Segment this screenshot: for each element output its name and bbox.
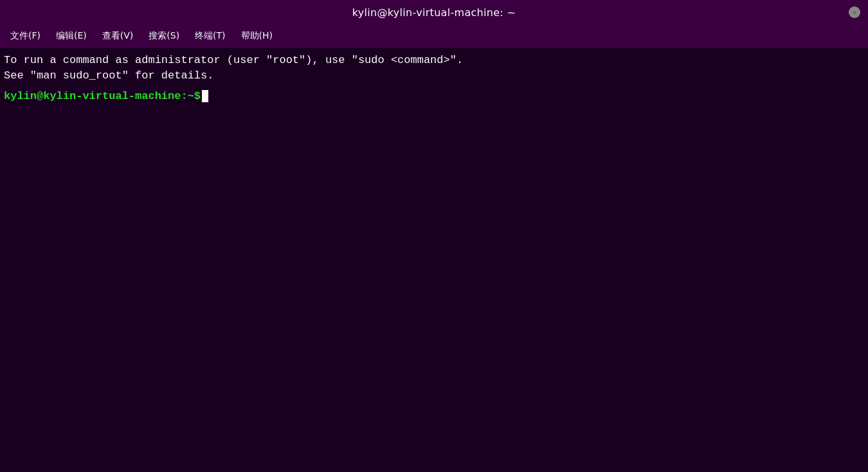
window-title: kylin@kylin-virtual-machine: ~ xyxy=(352,6,516,19)
terminal-prompt-line: kylin@kylin-virtual-machine:~$ xyxy=(4,90,864,102)
terminal-cursor xyxy=(202,90,208,102)
menu-file[interactable]: 文件(F) xyxy=(4,28,47,44)
menu-help[interactable]: 帮助(H) xyxy=(235,28,279,44)
close-button[interactable]: ✕ xyxy=(849,6,860,18)
title-bar: kylin@kylin-virtual-machine: ~ ✕ xyxy=(0,0,868,24)
prompt-user: kylin@kylin-virtual-machine:~$ xyxy=(4,90,201,102)
menu-terminal[interactable]: 终端(T) xyxy=(188,28,231,44)
menu-search[interactable]: 搜索(S) xyxy=(142,28,186,44)
terminal-line-1: To run a command as administrator (user … xyxy=(4,53,864,68)
menu-view[interactable]: 查看(V) xyxy=(96,28,140,44)
terminal-line-2: See "man sudo_root" for details. xyxy=(4,68,864,84)
menu-bar: 文件(F) 编辑(E) 查看(V) 搜索(S) 终端(T) 帮助(H) xyxy=(0,24,868,48)
terminal-body[interactable]: To run a command as administrator (user … xyxy=(0,48,868,472)
menu-edit[interactable]: 编辑(E) xyxy=(50,28,93,44)
